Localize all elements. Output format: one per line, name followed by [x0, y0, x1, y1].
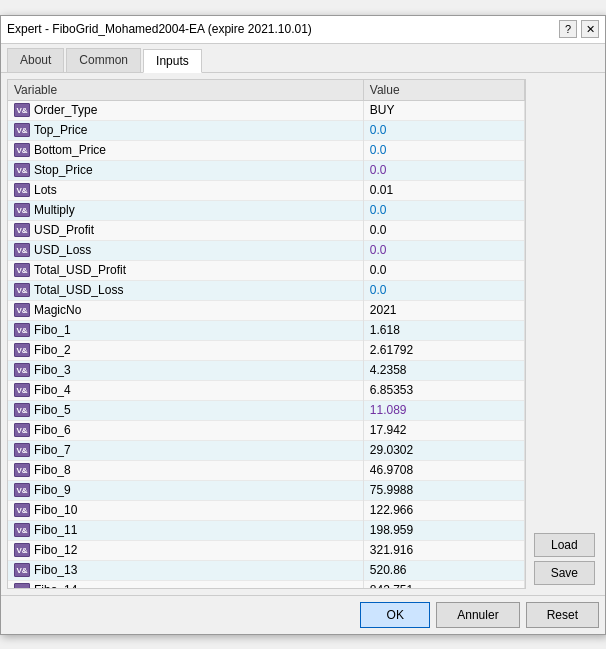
- cancel-button[interactable]: Annuler: [436, 602, 519, 628]
- value-cell: 46.9708: [363, 460, 524, 480]
- var-icon: V&: [14, 363, 30, 377]
- value-cell: 11.089: [363, 400, 524, 420]
- value-cell: 29.0302: [363, 440, 524, 460]
- value-cell: 0.0: [363, 260, 524, 280]
- var-icon: V&: [14, 383, 30, 397]
- help-button[interactable]: ?: [559, 20, 577, 38]
- table-row[interactable]: V&USD_Profit0.0: [8, 220, 524, 240]
- var-name: USD_Loss: [34, 243, 91, 257]
- value-cell: 520.86: [363, 560, 524, 580]
- table-row[interactable]: V&Total_USD_Profit0.0: [8, 260, 524, 280]
- var-icon: V&: [14, 323, 30, 337]
- var-name: Fibo_10: [34, 503, 77, 517]
- table-row[interactable]: V&Fibo_511.089: [8, 400, 524, 420]
- var-name: Bottom_Price: [34, 143, 106, 157]
- var-name: Lots: [34, 183, 57, 197]
- table-row[interactable]: V&Fibo_846.9708: [8, 460, 524, 480]
- variable-cell: V&Fibo_7: [8, 440, 363, 460]
- variable-cell: V&Fibo_3: [8, 360, 363, 380]
- inputs-table: Variable Value V&Order_TypeBUYV&Top_Pric…: [8, 80, 525, 589]
- table-row[interactable]: V&Fibo_10122.966: [8, 500, 524, 520]
- tab-bar: About Common Inputs: [1, 44, 605, 73]
- variable-cell: V&MagicNo: [8, 300, 363, 320]
- var-icon: V&: [14, 103, 30, 117]
- var-name: Fibo_2: [34, 343, 71, 357]
- var-name: Fibo_7: [34, 443, 71, 457]
- table-row[interactable]: V&Fibo_34.2358: [8, 360, 524, 380]
- var-name: Fibo_14: [34, 583, 77, 589]
- table-row[interactable]: V&Order_TypeBUY: [8, 100, 524, 120]
- table-row[interactable]: V&Fibo_13520.86: [8, 560, 524, 580]
- var-icon: V&: [14, 243, 30, 257]
- variable-cell: V&USD_Profit: [8, 220, 363, 240]
- variable-cell: V&Fibo_6: [8, 420, 363, 440]
- ok-button[interactable]: OK: [360, 602, 430, 628]
- save-button[interactable]: Save: [534, 561, 595, 585]
- table-row[interactable]: V&Top_Price0.0: [8, 120, 524, 140]
- var-icon: V&: [14, 343, 30, 357]
- var-name: Top_Price: [34, 123, 87, 137]
- tab-about[interactable]: About: [7, 48, 64, 72]
- variable-cell: V&Fibo_4: [8, 380, 363, 400]
- variable-cell: V&Fibo_14: [8, 580, 363, 589]
- variable-cell: V&Fibo_8: [8, 460, 363, 480]
- variable-cell: V&USD_Loss: [8, 240, 363, 260]
- table-row[interactable]: V&USD_Loss0.0: [8, 240, 524, 260]
- reset-button[interactable]: Reset: [526, 602, 599, 628]
- table-row[interactable]: V&Fibo_22.61792: [8, 340, 524, 360]
- content-area: Variable Value V&Order_TypeBUYV&Top_Pric…: [1, 73, 605, 595]
- variable-cell: V&Fibo_12: [8, 540, 363, 560]
- table-row[interactable]: V&MagicNo2021: [8, 300, 524, 320]
- title-controls: ? ✕: [559, 20, 599, 38]
- var-name: Fibo_6: [34, 423, 71, 437]
- var-name: Total_USD_Loss: [34, 283, 123, 297]
- table-row[interactable]: V&Fibo_11198.959: [8, 520, 524, 540]
- var-icon: V&: [14, 443, 30, 457]
- var-icon: V&: [14, 163, 30, 177]
- var-icon: V&: [14, 403, 30, 417]
- variable-cell: V&Total_USD_Loss: [8, 280, 363, 300]
- value-cell: 75.9988: [363, 480, 524, 500]
- table-row[interactable]: V&Fibo_729.0302: [8, 440, 524, 460]
- table-row[interactable]: V&Total_USD_Loss0.0: [8, 280, 524, 300]
- table-row[interactable]: V&Fibo_975.9988: [8, 480, 524, 500]
- col-variable-header: Variable: [8, 80, 363, 101]
- var-icon: V&: [14, 463, 30, 477]
- value-cell: 0.0: [363, 200, 524, 220]
- var-name: Fibo_5: [34, 403, 71, 417]
- inputs-table-container[interactable]: Variable Value V&Order_TypeBUYV&Top_Pric…: [7, 79, 526, 589]
- tab-common[interactable]: Common: [66, 48, 141, 72]
- tab-inputs[interactable]: Inputs: [143, 49, 202, 73]
- var-icon: V&: [14, 283, 30, 297]
- value-cell: 0.0: [363, 120, 524, 140]
- table-row[interactable]: V&Multiply0.0: [8, 200, 524, 220]
- table-row[interactable]: V&Bottom_Price0.0: [8, 140, 524, 160]
- var-name: Fibo_4: [34, 383, 71, 397]
- side-buttons: Load Save: [530, 79, 599, 589]
- var-name: Stop_Price: [34, 163, 93, 177]
- table-row[interactable]: V&Fibo_617.942: [8, 420, 524, 440]
- variable-cell: V&Fibo_1: [8, 320, 363, 340]
- var-name: Fibo_13: [34, 563, 77, 577]
- table-row[interactable]: V&Fibo_12321.916: [8, 540, 524, 560]
- table-row[interactable]: V&Fibo_46.85353: [8, 380, 524, 400]
- var-icon: V&: [14, 303, 30, 317]
- var-name: Fibo_11: [34, 523, 77, 537]
- table-row[interactable]: V&Stop_Price0.0: [8, 160, 524, 180]
- var-name: Fibo_9: [34, 483, 71, 497]
- variable-cell: V&Fibo_10: [8, 500, 363, 520]
- col-value-header: Value: [363, 80, 524, 101]
- tab-common-label: Common: [79, 53, 128, 67]
- var-name: Multiply: [34, 203, 75, 217]
- value-cell: 0.0: [363, 240, 524, 260]
- var-name: USD_Profit: [34, 223, 94, 237]
- table-row[interactable]: V&Lots0.01: [8, 180, 524, 200]
- value-cell: 2.61792: [363, 340, 524, 360]
- window-title: Expert - FiboGrid_Mohamed2004-EA (expire…: [7, 22, 312, 36]
- variable-cell: V&Multiply: [8, 200, 363, 220]
- var-icon: V&: [14, 583, 30, 589]
- table-row[interactable]: V&Fibo_14842.751: [8, 580, 524, 589]
- load-button[interactable]: Load: [534, 533, 595, 557]
- close-button[interactable]: ✕: [581, 20, 599, 38]
- table-row[interactable]: V&Fibo_11.618: [8, 320, 524, 340]
